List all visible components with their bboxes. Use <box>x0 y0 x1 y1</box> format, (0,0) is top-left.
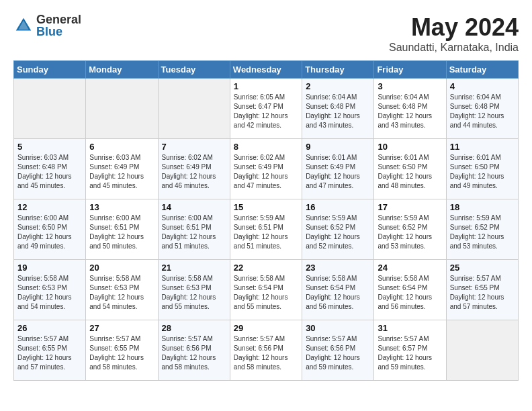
day-info: Sunrise: 5:57 AM Sunset: 6:55 PM Dayligh… <box>89 334 154 372</box>
day-cell-28: 28Sunrise: 5:57 AM Sunset: 6:56 PM Dayli… <box>158 320 230 381</box>
day-number: 8 <box>234 142 298 152</box>
day-info: Sunrise: 5:58 AM Sunset: 6:54 PM Dayligh… <box>234 274 298 312</box>
day-number: 21 <box>162 263 226 273</box>
day-info: Sunrise: 6:04 AM Sunset: 6:48 PM Dayligh… <box>450 93 515 130</box>
day-cell-25: 25Sunrise: 5:57 AM Sunset: 6:55 PM Dayli… <box>446 260 518 320</box>
day-info: Sunrise: 6:02 AM Sunset: 6:49 PM Dayligh… <box>234 153 298 191</box>
day-cell-17: 17Sunrise: 5:59 AM Sunset: 6:52 PM Dayli… <box>374 199 446 260</box>
day-cell-12: 12Sunrise: 6:00 AM Sunset: 6:50 PM Dayli… <box>14 199 86 260</box>
day-number: 24 <box>378 263 442 273</box>
day-cell-22: 22Sunrise: 5:58 AM Sunset: 6:54 PM Dayli… <box>230 260 302 320</box>
day-number: 16 <box>306 202 370 212</box>
weekday-header-wednesday: Wednesday <box>230 61 302 79</box>
day-number: 19 <box>17 263 82 273</box>
day-cell-7: 7Sunrise: 6:02 AM Sunset: 6:49 PM Daylig… <box>158 139 230 199</box>
day-cell-19: 19Sunrise: 5:58 AM Sunset: 6:53 PM Dayli… <box>14 260 86 320</box>
day-info: Sunrise: 5:58 AM Sunset: 6:53 PM Dayligh… <box>162 274 226 312</box>
day-info: Sunrise: 5:57 AM Sunset: 6:56 PM Dayligh… <box>306 334 370 372</box>
day-number: 3 <box>378 81 442 91</box>
day-number: 15 <box>234 202 298 212</box>
day-cell-26: 26Sunrise: 5:57 AM Sunset: 6:55 PM Dayli… <box>14 320 86 381</box>
day-info: Sunrise: 6:01 AM Sunset: 6:49 PM Dayligh… <box>306 153 370 191</box>
day-cell-10: 10Sunrise: 6:01 AM Sunset: 6:50 PM Dayli… <box>374 139 446 199</box>
day-number: 9 <box>306 142 370 152</box>
day-info: Sunrise: 6:03 AM Sunset: 6:49 PM Dayligh… <box>89 153 154 191</box>
day-cell-6: 6Sunrise: 6:03 AM Sunset: 6:49 PM Daylig… <box>86 139 158 199</box>
day-info: Sunrise: 6:00 AM Sunset: 6:51 PM Dayligh… <box>162 214 226 251</box>
weekday-header-tuesday: Tuesday <box>158 61 230 79</box>
week-row-3: 12Sunrise: 6:00 AM Sunset: 6:50 PM Dayli… <box>14 199 519 260</box>
weekday-header-row: SundayMondayTuesdayWednesdayThursdayFrid… <box>14 61 519 79</box>
week-row-4: 19Sunrise: 5:58 AM Sunset: 6:53 PM Dayli… <box>14 260 519 320</box>
day-cell-30: 30Sunrise: 5:57 AM Sunset: 6:56 PM Dayli… <box>302 320 374 381</box>
day-cell-empty <box>446 320 518 381</box>
day-cell-5: 5Sunrise: 6:03 AM Sunset: 6:48 PM Daylig… <box>14 139 86 199</box>
day-cell-3: 3Sunrise: 6:04 AM Sunset: 6:48 PM Daylig… <box>374 79 446 139</box>
day-info: Sunrise: 6:04 AM Sunset: 6:48 PM Dayligh… <box>306 93 370 130</box>
day-info: Sunrise: 5:59 AM Sunset: 6:52 PM Dayligh… <box>378 214 442 251</box>
day-info: Sunrise: 5:57 AM Sunset: 6:56 PM Dayligh… <box>162 334 226 372</box>
day-cell-9: 9Sunrise: 6:01 AM Sunset: 6:49 PM Daylig… <box>302 139 374 199</box>
day-info: Sunrise: 6:04 AM Sunset: 6:48 PM Dayligh… <box>378 93 442 130</box>
day-number: 31 <box>378 323 442 333</box>
day-cell-16: 16Sunrise: 5:59 AM Sunset: 6:52 PM Dayli… <box>302 199 374 260</box>
logo-text: General Blue <box>36 13 81 38</box>
day-info: Sunrise: 5:59 AM Sunset: 6:51 PM Dayligh… <box>234 214 298 251</box>
day-number: 7 <box>162 142 226 152</box>
day-cell-29: 29Sunrise: 5:57 AM Sunset: 6:56 PM Dayli… <box>230 320 302 381</box>
day-cell-empty <box>14 79 86 139</box>
day-info: Sunrise: 5:58 AM Sunset: 6:53 PM Dayligh… <box>17 274 82 312</box>
day-number: 22 <box>234 263 298 273</box>
day-number: 28 <box>162 323 226 333</box>
day-number: 10 <box>378 142 442 152</box>
day-number: 30 <box>306 323 370 333</box>
day-info: Sunrise: 5:58 AM Sunset: 6:54 PM Dayligh… <box>378 274 442 312</box>
day-info: Sunrise: 5:58 AM Sunset: 6:54 PM Dayligh… <box>306 274 370 312</box>
day-cell-21: 21Sunrise: 5:58 AM Sunset: 6:53 PM Dayli… <box>158 260 230 320</box>
day-info: Sunrise: 5:57 AM Sunset: 6:57 PM Dayligh… <box>378 334 442 372</box>
day-info: Sunrise: 5:59 AM Sunset: 6:52 PM Dayligh… <box>450 214 515 251</box>
day-number: 29 <box>234 323 298 333</box>
logo: General Blue <box>13 13 81 38</box>
day-number: 4 <box>450 81 515 91</box>
day-info: Sunrise: 6:00 AM Sunset: 6:51 PM Dayligh… <box>89 214 154 251</box>
page-header: General Blue May 2024 Saundatti, Karnata… <box>13 13 519 54</box>
day-cell-15: 15Sunrise: 5:59 AM Sunset: 6:51 PM Dayli… <box>230 199 302 260</box>
day-number: 11 <box>450 142 515 152</box>
day-cell-2: 2Sunrise: 6:04 AM Sunset: 6:48 PM Daylig… <box>302 79 374 139</box>
day-info: Sunrise: 6:01 AM Sunset: 6:50 PM Dayligh… <box>450 153 515 191</box>
day-number: 6 <box>89 142 154 152</box>
day-number: 14 <box>162 202 226 212</box>
weekday-header-friday: Friday <box>374 61 446 79</box>
subtitle: Saundatti, Karnataka, India <box>389 42 519 54</box>
week-row-2: 5Sunrise: 6:03 AM Sunset: 6:48 PM Daylig… <box>14 139 519 199</box>
day-cell-14: 14Sunrise: 6:00 AM Sunset: 6:51 PM Dayli… <box>158 199 230 260</box>
day-cell-13: 13Sunrise: 6:00 AM Sunset: 6:51 PM Dayli… <box>86 199 158 260</box>
day-number: 20 <box>89 263 154 273</box>
logo-general: General <box>36 13 81 26</box>
day-number: 13 <box>89 202 154 212</box>
day-info: Sunrise: 5:57 AM Sunset: 6:56 PM Dayligh… <box>234 334 298 372</box>
day-cell-20: 20Sunrise: 5:58 AM Sunset: 6:53 PM Dayli… <box>86 260 158 320</box>
day-number: 5 <box>17 142 82 152</box>
day-info: Sunrise: 6:01 AM Sunset: 6:50 PM Dayligh… <box>378 153 442 191</box>
title-block: May 2024 Saundatti, Karnataka, India <box>389 13 519 54</box>
weekday-header-sunday: Sunday <box>14 61 86 79</box>
day-cell-23: 23Sunrise: 5:58 AM Sunset: 6:54 PM Dayli… <box>302 260 374 320</box>
day-number: 23 <box>306 263 370 273</box>
weekday-header-monday: Monday <box>86 61 158 79</box>
day-cell-18: 18Sunrise: 5:59 AM Sunset: 6:52 PM Dayli… <box>446 199 518 260</box>
day-number: 2 <box>306 81 370 91</box>
week-row-1: 1Sunrise: 6:05 AM Sunset: 6:47 PM Daylig… <box>14 79 519 139</box>
logo-blue: Blue <box>36 26 81 38</box>
day-info: Sunrise: 5:59 AM Sunset: 6:52 PM Dayligh… <box>306 214 370 251</box>
day-cell-empty <box>86 79 158 139</box>
main-title: May 2024 <box>389 13 519 42</box>
day-number: 26 <box>17 323 82 333</box>
day-info: Sunrise: 6:03 AM Sunset: 6:48 PM Dayligh… <box>17 153 82 191</box>
weekday-header-thursday: Thursday <box>302 61 374 79</box>
weekday-header-saturday: Saturday <box>446 61 518 79</box>
week-row-5: 26Sunrise: 5:57 AM Sunset: 6:55 PM Dayli… <box>14 320 519 381</box>
day-number: 12 <box>17 202 82 212</box>
day-number: 27 <box>89 323 154 333</box>
